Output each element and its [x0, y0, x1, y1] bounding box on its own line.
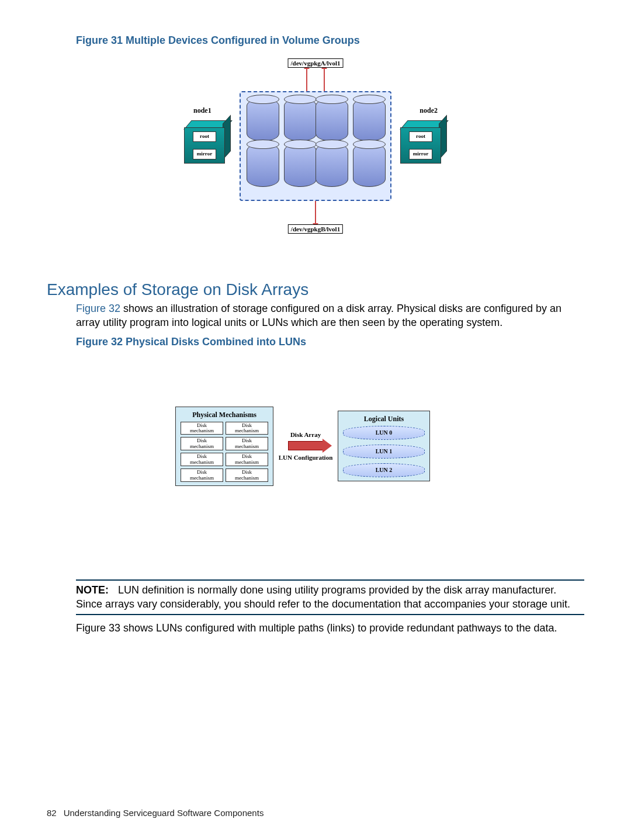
disk-mechanism: Diskmechanism: [181, 437, 223, 450]
physical-mechanisms-header: Physical Mechanisms: [181, 411, 268, 419]
after-note-paragraph: Figure 33 shows LUNs configured with mul…: [76, 621, 584, 635]
node1-label: node1: [193, 106, 212, 115]
lun-config-label: LUN Configuration: [273, 454, 338, 461]
section-title: Examples of Storage on Disk Arrays: [47, 280, 584, 299]
shared-storage-cluster: [240, 91, 391, 201]
figure-33-link[interactable]: Figure 33: [76, 622, 120, 634]
lun-entry: LUN 1: [343, 445, 425, 459]
lvol-bottom-label: /dev/vgpkgB/lvol1: [288, 224, 343, 234]
physical-mechanisms-panel: Physical Mechanisms DiskmechanismDiskmec…: [175, 407, 273, 487]
footer-chapter-title: Understanding Serviceguard Software Comp…: [64, 808, 264, 818]
fig32-midcol: Disk Array LUN Configuration: [273, 431, 338, 461]
disk-mechanism: Diskmechanism: [226, 422, 268, 435]
figure-31-caption: Figure 31 Multiple Devices Configured in…: [76, 34, 584, 47]
disk-mechanism: Diskmechanism: [226, 437, 268, 450]
lvol-top-label: /dev/vgpkgA/lvol1: [288, 58, 344, 68]
disk-mechanism: Diskmechanism: [226, 468, 268, 482]
disk-mechanism: Diskmechanism: [181, 468, 223, 482]
note-body: LUN definition is normally done using ut…: [76, 584, 570, 610]
figure-32-diagram: Physical Mechanisms DiskmechanismDiskmec…: [175, 407, 456, 487]
disk-mechanism: Diskmechanism: [181, 453, 223, 466]
disk-array-label: Disk Array: [273, 431, 338, 439]
node2-mirror: mirror: [409, 149, 432, 159]
page-footer: 82Understanding Serviceguard Software Co…: [47, 808, 264, 818]
node1-cube: root mirror: [184, 120, 231, 164]
logical-units-panel: Logical Units LUN 0LUN 1LUN 2: [338, 411, 430, 481]
intro-paragraph: Figure 32 shows an illustration of stora…: [76, 301, 584, 330]
lun-entry: LUN 0: [343, 426, 425, 440]
arrow-icon: [288, 441, 323, 450]
after-note-text: shows LUNs configured with multiple path…: [120, 622, 557, 634]
node1-root: root: [193, 131, 216, 142]
note-label: NOTE:: [76, 584, 109, 596]
node2-label: node2: [419, 106, 438, 115]
disk-mechanism: Diskmechanism: [181, 422, 223, 435]
node2-cube: root mirror: [400, 120, 447, 164]
node1-mirror: mirror: [193, 149, 216, 159]
figure-32-link[interactable]: Figure 32: [76, 303, 120, 314]
figure-32-caption: Figure 32 Physical Disks Combined into L…: [76, 336, 584, 348]
page-number: 82: [47, 808, 57, 818]
node2-root: root: [409, 131, 432, 142]
note-block: NOTE:LUN definition is normally done usi…: [76, 579, 584, 615]
disk-mechanism: Diskmechanism: [226, 453, 268, 466]
figure-31-diagram: /dev/vgpkgA/lvol1 /dev/vgpkgB/lvol1 node…: [184, 58, 447, 234]
logical-units-header: Logical Units: [343, 415, 425, 424]
intro-paragraph-text: shows an illustration of storage configu…: [76, 303, 561, 328]
lun-entry: LUN 2: [343, 463, 425, 477]
